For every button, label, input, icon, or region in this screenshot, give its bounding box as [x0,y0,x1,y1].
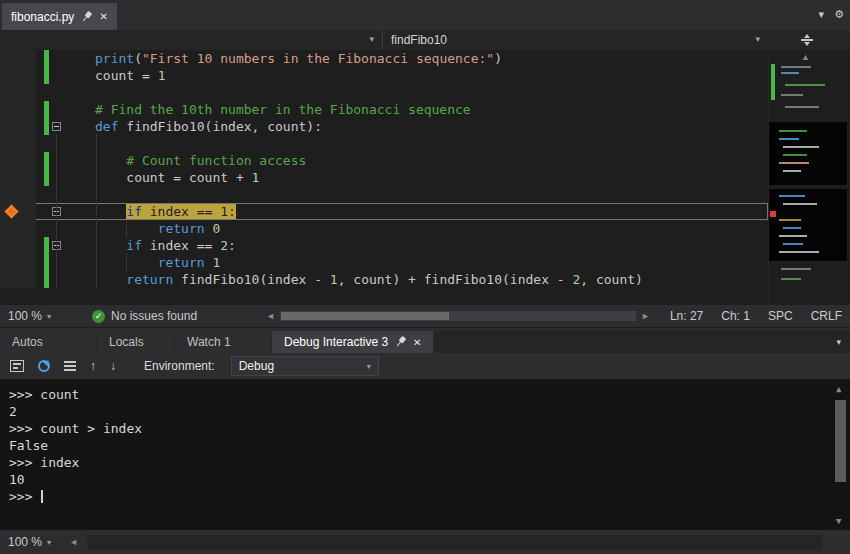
console-vertical-scrollbar[interactable]: ▲ ▼ [832,382,849,528]
close-icon[interactable]: ✕ [413,337,421,348]
code-line [0,84,768,101]
code-line: return 0 [0,220,768,237]
minimap-change-mark [771,64,775,100]
scroll-up-icon[interactable]: ▲ [836,384,841,394]
close-icon[interactable]: ✕ [99,11,107,22]
editor-statusbar: 100 % ▾ ✓ No issues found ◄ ► Ln: 27 Ch:… [0,305,850,327]
scrollbar-thumb[interactable] [281,312,449,320]
tab-locals[interactable]: Locals [97,331,174,353]
code-line: count = count + 1 [0,169,768,186]
console-line: False [9,437,826,454]
scroll-left-icon[interactable]: ◄ [66,537,81,547]
document-tabstrip: fibonacci.py ✕ ▾ ⚙ [0,0,850,30]
check-circle-icon: ✓ [92,310,105,323]
code-line: print("First 10 numbers in the Fibonacci… [0,50,768,67]
code-line [0,135,768,152]
issues-indicator[interactable]: ✓ No issues found [92,309,197,323]
history-next-icon[interactable]: ↓ [110,359,116,373]
tab-label: Locals [109,335,144,349]
scrollbar-track[interactable] [280,311,636,321]
tab-label: Debug Interactive 3 [284,335,388,349]
text-cursor [41,490,43,503]
minimap-breakpoint-mark [770,211,776,217]
scrollbar-thumb[interactable] [835,400,846,482]
code-lines: print("First 10 numbers in the Fibonacci… [0,50,768,288]
minimap-preview-block [769,122,847,185]
editor-zoom-value: 100 % [8,309,42,323]
status-column-number: Ch: 1 [721,309,750,323]
code-line: count = 1 [0,67,768,84]
member-dropdown-value: findFibo10 [391,33,447,47]
editor-zoom-dropdown[interactable]: 100 % ▾ [8,309,66,323]
console-lines: >>> count2>>> count > indexFalse>>> inde… [9,386,826,505]
fold-collapse-icon[interactable] [52,241,61,250]
scroll-right-icon[interactable]: ► [638,311,653,321]
console-line: 2 [9,403,826,420]
console-zoom-dropdown[interactable]: 100 % ▾ [8,535,66,549]
console-line: >>> [9,488,826,505]
tab-list-chevron-icon[interactable]: ▾ [836,337,850,347]
status-line-ending: CRLF [811,309,842,323]
interactive-statusbar: 100 % ▾ ◄ [0,530,850,554]
console-line: >>> index [9,454,826,471]
code-line: return 1 [0,254,768,271]
interactive-console[interactable]: >>> count2>>> count > indexFalse>>> inde… [0,380,850,530]
interactive-toolbar: ↑ ↓ Environment: Debug ▾ [0,353,850,380]
console-line: 10 [9,471,826,488]
environment-value: Debug [239,359,274,373]
reset-repl-icon[interactable] [38,360,50,372]
chevron-down-icon: ▾ [47,312,51,321]
clear-screen-icon[interactable] [10,360,24,372]
status-line-number: Ln: 27 [670,309,703,323]
split-window-icon[interactable] [799,33,815,47]
panel-tabstrip: Autos Locals Watch 1 Debug Interactive 3… [0,331,850,353]
environment-label: Environment: [144,359,215,373]
member-dropdown[interactable]: findFibo10 ▾ [383,30,768,49]
scrollbar-track[interactable] [87,535,822,549]
tab-debug-interactive-3[interactable]: Debug Interactive 3 ✕ [272,331,433,353]
status-spaces-mode: SPC [768,309,793,323]
tab-autos[interactable]: Autos [0,331,96,353]
code-line: return findFibo10(index - 1, count) + fi… [0,271,768,288]
code-line: # Find the 10th number in the Fibonacci … [0,101,768,118]
issues-label: No issues found [111,309,197,323]
navigation-bar: ▾ findFibo10 ▾ [0,30,850,50]
fold-collapse-icon[interactable] [52,207,61,216]
current-statement-icon[interactable] [5,205,18,218]
vs-window: fibonacci.py ✕ ▾ ⚙ ▾ findFibo10 ▾ print(… [0,0,850,554]
code-editor[interactable]: print("First 10 numbers in the Fibonacci… [0,50,768,305]
code-line: if index == 2: [0,237,768,254]
tab-label: Autos [12,335,43,349]
scrollbar-up-icon[interactable]: ▲ [801,52,810,62]
pin-icon[interactable] [392,334,408,350]
gear-icon[interactable]: ⚙ [834,8,844,21]
chevron-down-icon: ▾ [47,538,51,547]
chevron-down-icon: ▾ [755,34,760,44]
minimap-preview-block [769,189,847,261]
code-line: def findFibo10(index, count): [0,118,768,135]
code-line: # Count function access [0,152,768,169]
tab-label: Watch 1 [187,335,231,349]
history-previous-icon[interactable]: ↑ [90,359,96,373]
window-list-icon[interactable]: ▾ [819,8,825,21]
chevron-down-icon: ▾ [367,362,371,371]
fold-collapse-icon[interactable] [52,122,61,131]
scroll-left-icon[interactable]: ◄ [263,311,278,321]
editor-horizontal-scrollbar[interactable]: ◄ ► [263,311,653,321]
chevron-down-icon: ▾ [369,34,374,44]
tab-title: fibonacci.py [11,10,74,24]
environment-dropdown[interactable]: Debug ▾ [231,356,379,376]
command-history-icon[interactable] [64,361,76,371]
code-line [0,186,768,203]
minimap-scrollbar[interactable]: ▲ [768,50,850,305]
tab-fibonacci-py[interactable]: fibonacci.py ✕ [2,3,117,30]
code-line: if index == 1: [0,203,768,220]
tab-watch-1[interactable]: Watch 1 [175,331,271,353]
scroll-down-icon[interactable]: ▼ [836,516,841,526]
project-dropdown[interactable]: ▾ [0,30,383,49]
console-line: >>> count > index [9,420,826,437]
console-line: >>> count [9,386,826,403]
pin-icon[interactable] [79,8,95,24]
console-zoom-value: 100 % [8,535,42,549]
editor-region: print("First 10 numbers in the Fibonacci… [0,50,850,305]
